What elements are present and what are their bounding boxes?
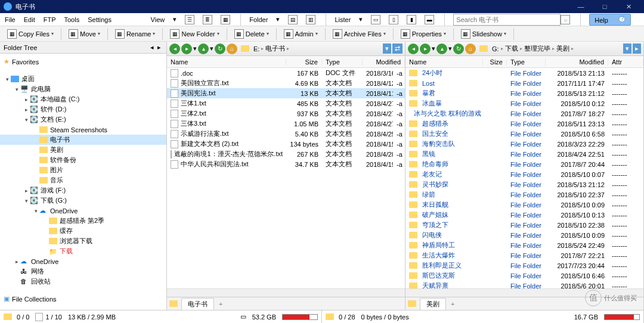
tree-item[interactable]: ▾☁OneDrive	[0, 206, 166, 216]
rename-button[interactable]: ▦Rename▾	[112, 28, 159, 40]
lister-3-icon[interactable]: ▮	[407, 15, 416, 24]
breadcrumb-dropdown[interactable]: ▾	[383, 44, 391, 54]
file-row[interactable]: 中华人民共和国宪法.txt34.7 KB文本文档2018/4/19 20:04-…	[167, 159, 405, 169]
menu-ftp[interactable]: FTP	[44, 16, 56, 23]
tree-item[interactable]: 浏览器下载	[0, 236, 166, 246]
folder-row[interactable]: 斯巴达克斯File Folder2018/5/10 6:46-------	[405, 271, 643, 281]
folder-row[interactable]: 暴君File Folder2018/5/13 21:12-------	[405, 88, 643, 98]
tree-item[interactable]: ▸💽游戏 (F:)	[0, 185, 166, 195]
close-button[interactable]: ✕	[617, 3, 640, 11]
file-row[interactable]: 新建文本文档 (2).txt134 bytes文本文档2018/4/15 15:…	[167, 139, 405, 149]
view-list-icon[interactable]: ≣	[203, 15, 212, 24]
tree-item[interactable]: Steam Screenshots	[0, 125, 166, 135]
tree-item[interactable]: 图片	[0, 165, 166, 175]
right-breadcrumb[interactable]: G:▸ 下载▸ 整理完毕▸ 美剧▸	[477, 44, 622, 53]
swap-pane-button[interactable]: ⇄	[392, 44, 402, 54]
maximize-button[interactable]: □	[593, 3, 617, 10]
col-modified[interactable]: Modified	[363, 58, 405, 66]
file-row[interactable]: 三体1.txt485 KB文本文档2018/4/27 20:40-a	[167, 98, 405, 108]
folder-row[interactable]: 超感猎杀File Folder2018/5/11 23:13-------	[405, 119, 643, 129]
folder-row[interactable]: 末日孤舰File Folder2018/5/10 0:09-------	[405, 200, 643, 210]
lister-4-icon[interactable]: ▬	[425, 15, 434, 24]
refresh-button[interactable]: ↻	[453, 44, 464, 54]
file-row[interactable]: 美国独立宣言.txt4.69 KB文本文档2018/4/12 21:32-a	[167, 78, 405, 88]
tree-item[interactable]: 🖧网络	[0, 266, 166, 277]
slideshow-button[interactable]: ▦Slideshow▾	[457, 28, 510, 40]
col-name[interactable]: Name	[405, 58, 483, 66]
tree-item[interactable]: ▸☁OneDrive	[0, 256, 166, 266]
folder-row[interactable]: 海豹突击队File Folder2018/3/23 22:29-------	[405, 139, 643, 149]
file-row[interactable]: 美国宪法.txt13 KB文本文档2018/4/11 22:46-a	[167, 88, 405, 98]
minimize-button[interactable]: —	[569, 3, 593, 10]
folder-row[interactable]: 国土安全File Folder2018/5/10 6:58-------	[405, 129, 643, 139]
right-file-list[interactable]: 24小时File Folder2018/5/13 21:13-------Los…	[405, 68, 643, 288]
tree-item[interactable]: ▾桌面	[0, 74, 166, 84]
folder-tree-icon[interactable]: ▤	[288, 15, 298, 24]
folder-row[interactable]: 冰与火之歌 权利的游戏File Folder2017/8/7 18:27----…	[405, 108, 643, 119]
tree-item[interactable]: 软件备份	[0, 155, 166, 165]
tree-item[interactable]: 超感猎杀 第2季	[0, 216, 166, 226]
folder-tree-prev[interactable]: ◂	[148, 44, 156, 51]
folder-row[interactable]: 生活大爆炸File Folder2017/8/7 22:21-------	[405, 250, 643, 260]
col-modified[interactable]: Modified	[546, 58, 608, 66]
left-breadcrumb[interactable]: E: ▸ 电子书 ▸	[239, 44, 382, 53]
add-tab-button[interactable]: +	[215, 300, 226, 308]
properties-button[interactable]: ▦Properties▾	[397, 28, 450, 40]
tree-item[interactable]: ▾💽文档 (E:)	[0, 114, 166, 125]
right-tab[interactable]: 美剧	[420, 298, 446, 310]
folder-row[interactable]: 老友记File Folder2018/5/10 0:07-------	[405, 169, 643, 179]
forward-button[interactable]: ▸	[420, 44, 431, 54]
breadcrumb-dropdown[interactable]: ▾	[623, 44, 631, 54]
tree-item[interactable]: ▾💽下载 (G:)	[0, 195, 166, 206]
tree-item[interactable]: ▾🖥️此电脑	[0, 84, 166, 94]
file-row[interactable]: 三体2.txt937 KB文本文档2018/4/27 20:41-a	[167, 108, 405, 119]
folder-row[interactable]: 破产姐妹File Folder2018/5/10 0:13-------	[405, 210, 643, 220]
menu-settings[interactable]: Settings	[88, 16, 112, 23]
back-button[interactable]: ◂	[408, 44, 419, 54]
home-button[interactable]: ⌂	[465, 44, 476, 54]
forward-button[interactable]: ▸	[181, 44, 192, 54]
folder-row[interactable]: 绝命毒师File Folder2017/8/7 20:44-------	[405, 159, 643, 169]
folder-row[interactable]: 穹顶之下File Folder2018/5/10 22:38-------	[405, 220, 643, 230]
folder-row[interactable]: 绿箭File Folder2018/5/10 22:37-------	[405, 190, 643, 200]
tree-item[interactable]: 电子书	[0, 135, 166, 145]
up-button[interactable]: ▴	[198, 44, 209, 54]
close-pane-button[interactable]: ▸	[633, 44, 641, 54]
folder-row[interactable]: 冰血暴File Folder2018/5/10 0:12-------	[405, 98, 643, 108]
tree-item[interactable]: ▸💽本地磁盘 (C:)	[0, 94, 166, 104]
up-button[interactable]: ▴	[436, 44, 447, 54]
right-hscroll[interactable]	[405, 288, 643, 297]
back-button[interactable]: ◂	[169, 44, 180, 54]
collections-section[interactable]: ▣ File Collections	[0, 293, 166, 305]
left-hscroll[interactable]	[167, 288, 405, 297]
left-file-list[interactable]: .doc167 KBDOC 文件2018/3/16 7:25-a美国独立宣言.t…	[167, 68, 405, 288]
file-row[interactable]: 三体3.txt1.05 MB文本文档2018/4/27 20:41-a	[167, 119, 405, 129]
refresh-button[interactable]: ↻	[215, 44, 225, 54]
folder-row[interactable]: 闪电侠File Folder2018/5/10 0:09-------	[405, 230, 643, 240]
folder-row[interactable]: 灵书妙探File Folder2018/5/13 21:12-------	[405, 179, 643, 190]
tree-item[interactable]: 音乐	[0, 175, 166, 185]
view-thumb-icon[interactable]: ▦	[221, 15, 230, 24]
col-type[interactable]: Type	[322, 58, 363, 66]
favorites-section[interactable]: ★ Favorites	[0, 55, 166, 68]
menu-edit[interactable]: Edit	[24, 16, 35, 23]
col-attr[interactable]: Attr	[608, 58, 643, 66]
lister-2-icon[interactable]: ▯	[389, 15, 398, 24]
add-tab-button[interactable]: +	[447, 300, 458, 308]
menu-tools[interactable]: Tools	[64, 16, 79, 23]
col-name[interactable]: Name	[167, 58, 286, 66]
newfolder-button[interactable]: ▦New Folder▾	[166, 28, 222, 40]
folder-dual-icon[interactable]: ▥	[306, 15, 315, 24]
view-details-icon[interactable]: ☰	[185, 15, 194, 24]
archive-button[interactable]: ▦Archive Files▾	[329, 28, 389, 40]
tree-item[interactable]: 🗑回收站	[0, 277, 166, 287]
folder-row[interactable]: 24小时File Folder2018/5/13 21:13-------	[405, 68, 643, 78]
search-icon[interactable]: ⌕	[561, 15, 570, 24]
copy-button[interactable]: ▦Copy Files▾	[4, 28, 57, 40]
col-size[interactable]: Size	[483, 58, 507, 66]
left-tab[interactable]: 电子书	[181, 298, 214, 310]
menu-file[interactable]: File	[5, 16, 16, 23]
folder-row[interactable]: LostFile Folder2017/11/1 17:47-------	[405, 78, 643, 88]
file-row[interactable]: .doc167 KBDOC 文件2018/3/16 7:25-a	[167, 68, 405, 78]
col-size[interactable]: Size	[286, 58, 322, 66]
